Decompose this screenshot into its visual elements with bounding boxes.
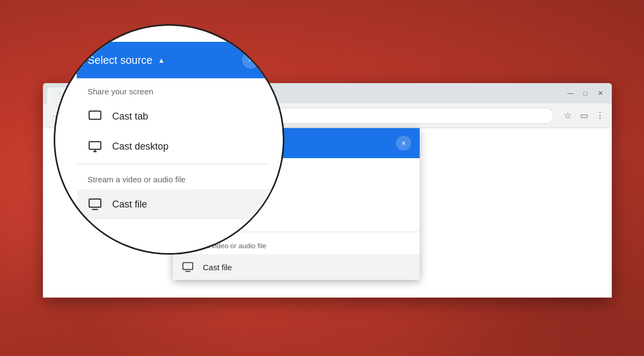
toolbar: ← → ↻ ℹ Not s ☆ ▭ ⋮ [43, 103, 612, 128]
cast-arrow-icon: ▲ [238, 139, 244, 147]
maximize-button[interactable]: □ [579, 87, 592, 99]
toolbar-right: ☆ ▭ ⋮ [560, 108, 608, 123]
cast-tab-icon [181, 184, 194, 197]
bookmark-button[interactable]: ☆ [560, 108, 575, 123]
cast-dialog-close-button[interactable]: × [396, 136, 411, 151]
reload-button[interactable]: ↻ [82, 108, 97, 123]
minimize-button[interactable]: — [564, 87, 577, 99]
cast-tab-option[interactable]: Cast tab [173, 178, 420, 204]
svg-rect-4 [183, 263, 193, 270]
cast-section2-label: Stream a video or audio file [173, 234, 420, 254]
cast-file-icon [181, 261, 194, 273]
cast-file-label: Cast file [203, 263, 232, 272]
cast-file-option[interactable]: Cast file [173, 254, 420, 280]
cast-dialog-header: Select source ▲ × [173, 128, 420, 158]
cast-dialog: Select source ▲ × Share your screen Cast… [173, 128, 420, 280]
tab-favicon: 📄 [54, 92, 61, 99]
page-content: Select source ▲ × Share your screen Cast… [43, 128, 612, 298]
cast-dialog-title: Select source ▲ [181, 138, 244, 148]
security-icon: ℹ [110, 112, 112, 119]
cast-button[interactable]: ▭ [576, 108, 591, 123]
cast-divider [173, 232, 420, 232]
address-text: Not s [115, 112, 547, 120]
cast-desktop-label: Cast desktop [203, 212, 250, 221]
svg-rect-1 [183, 213, 193, 219]
browser-tab[interactable]: 📄 data:text/html, × [47, 87, 133, 103]
tab-bar: 📄 data:text/html, × — □ ✕ [43, 83, 612, 103]
cast-tab-label: Cast tab [203, 187, 233, 196]
tab-close-button[interactable]: × [118, 91, 127, 100]
svg-rect-0 [183, 187, 193, 194]
address-bar[interactable]: ℹ Not s [103, 108, 554, 124]
cast-desktop-option[interactable]: Cast desktop [173, 204, 420, 229]
menu-button[interactable]: ⋮ [592, 108, 608, 123]
tab-title: data:text/html, [64, 92, 115, 99]
cast-desktop-icon [181, 210, 194, 223]
forward-button[interactable]: → [64, 108, 79, 123]
browser-window: 📄 data:text/html, × — □ ✕ ← → ↻ ℹ Not s … [43, 83, 612, 298]
window-controls: — □ ✕ [564, 87, 608, 99]
close-window-button[interactable]: ✕ [594, 87, 608, 99]
cast-section1-label: Share your screen [173, 158, 420, 178]
back-button[interactable]: ← [47, 108, 62, 123]
